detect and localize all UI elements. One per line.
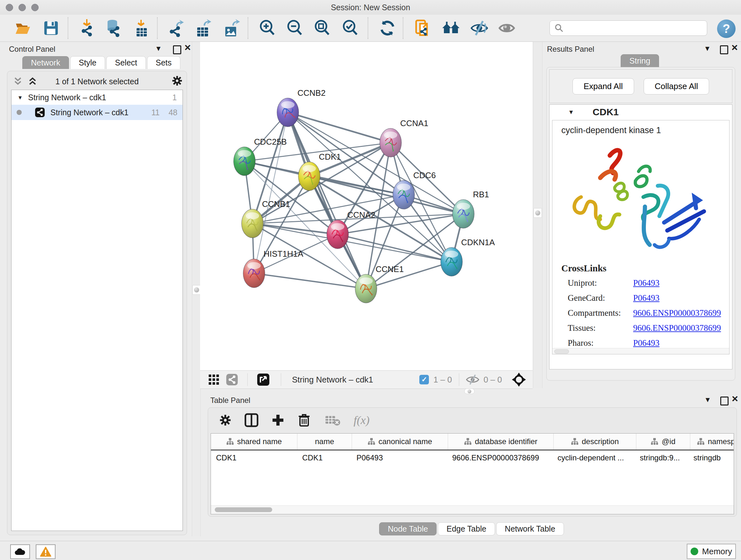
selected-checkbox[interactable]: ✓ xyxy=(419,375,429,384)
table-cell[interactable]: P06493 xyxy=(351,453,447,462)
crosslink-value[interactable]: 9606.ENSP00000378699 xyxy=(633,323,721,333)
horizontal-splitter-handle[interactable] xyxy=(464,388,475,394)
add-column-icon[interactable] xyxy=(271,414,285,427)
import-table-from-file-button[interactable] xyxy=(131,18,152,38)
export-table-button[interactable] xyxy=(193,18,213,38)
tab-string[interactable]: String xyxy=(621,54,659,67)
first-neighbors-button[interactable] xyxy=(441,18,461,38)
column-header-description[interactable]: description xyxy=(554,434,636,449)
table-cell[interactable]: cyclin-dependent ... xyxy=(552,453,635,462)
tab-sets[interactable]: Sets xyxy=(147,56,180,69)
right-splitter-handle[interactable] xyxy=(534,208,542,218)
cloud-status-button[interactable] xyxy=(10,544,30,559)
table-cell[interactable]: CDK1 xyxy=(297,453,351,462)
apply-preferred-layout-button[interactable] xyxy=(377,18,398,38)
gene-entry-header[interactable]: ▾ CDK1 xyxy=(549,105,732,119)
entry-expander-icon[interactable]: ▾ xyxy=(569,108,573,116)
crosslink-value[interactable]: 9606.ENSP00000378699 xyxy=(633,308,721,318)
panel-menu-icon[interactable]: ▾ xyxy=(156,44,160,52)
tab-network[interactable]: Network xyxy=(22,56,69,69)
table-gear-icon[interactable] xyxy=(219,414,232,427)
export-network-button[interactable] xyxy=(165,18,186,38)
delete-table-icon[interactable] xyxy=(325,414,341,426)
birdseye-navigator-icon[interactable] xyxy=(512,372,526,387)
collection-expander-icon[interactable]: ▾ xyxy=(18,94,22,101)
search-input[interactable] xyxy=(566,23,707,33)
column-header-name[interactable]: name xyxy=(297,434,352,449)
panel-menu-icon[interactable]: ▾ xyxy=(705,395,710,403)
network-node-hist1h1a[interactable]: HIST1H1A xyxy=(243,249,304,288)
network-selection-status: 1 of 1 Network selected xyxy=(7,77,187,86)
panel-float-icon[interactable] xyxy=(720,396,729,406)
network-canvas[interactable]: CCNB2CCNA1CDC25BCDK1CDC6RB1CCNB1CCNA2CDK… xyxy=(200,42,533,370)
save-session-button[interactable] xyxy=(41,18,61,38)
column-header-canonicalname[interactable]: canonical name xyxy=(352,434,448,449)
tab-network-table[interactable]: Network Table xyxy=(496,522,564,536)
panel-float-icon[interactable] xyxy=(720,45,728,54)
warning-icon xyxy=(40,547,51,557)
network-graph[interactable]: CCNB2CCNA1CDC25BCDK1CDC6RB1CCNB1CCNA2CDK… xyxy=(200,42,533,370)
table-hscrollbar[interactable] xyxy=(211,505,734,514)
function-builder-button[interactable]: f(x) xyxy=(354,414,369,427)
show-graphics-details-button[interactable] xyxy=(496,18,517,38)
panel-menu-icon[interactable]: ▾ xyxy=(705,44,710,52)
table-row[interactable]: CDK1CDK1P064939606.ENSP00000378699cyclin… xyxy=(211,450,734,465)
table-cell[interactable]: stringdb xyxy=(688,453,734,462)
grid-mode-icon[interactable] xyxy=(208,374,219,385)
collapse-all-button[interactable]: Collapse All xyxy=(644,78,710,95)
open-session-button[interactable] xyxy=(13,18,33,38)
panel-close-icon[interactable]: × xyxy=(185,43,191,51)
network-edge[interactable] xyxy=(288,112,366,289)
warnings-button[interactable] xyxy=(36,544,56,559)
export-image-icon xyxy=(222,19,240,37)
tab-edge-table[interactable]: Edge Table xyxy=(438,522,495,536)
zoom-fit-button[interactable] xyxy=(312,18,333,38)
export-image-button[interactable] xyxy=(221,18,241,38)
network-collection-row[interactable]: ▾ String Network – cdk1 1 xyxy=(11,90,183,105)
panel-float-icon[interactable] xyxy=(173,45,181,54)
show-columns-icon[interactable] xyxy=(245,413,259,427)
network-edge[interactable] xyxy=(288,112,391,143)
table-cell[interactable]: 9606.ENSP00000378699 xyxy=(447,453,552,462)
crosslink-value[interactable]: P06493 xyxy=(633,338,660,348)
houses-icon xyxy=(442,19,461,37)
table-cell[interactable]: stringdb:9... xyxy=(635,453,688,462)
column-header-sharedname[interactable]: shared name xyxy=(211,434,297,449)
import-network-from-file-button[interactable] xyxy=(76,18,96,38)
new-network-from-selection-button[interactable] xyxy=(412,18,433,38)
tab-node-table[interactable]: Node Table xyxy=(379,522,436,536)
network-node-ccna1[interactable]: CCNA1 xyxy=(380,118,428,157)
panel-close-icon[interactable]: × xyxy=(731,43,738,51)
zoom-out-button[interactable] xyxy=(285,18,305,38)
horizontal-splitter[interactable] xyxy=(200,388,533,393)
hide-graphics-details-button[interactable] xyxy=(469,18,489,38)
tab-select[interactable]: Select xyxy=(106,56,145,69)
string-view-icon[interactable] xyxy=(226,374,238,385)
column-header-databaseidentifier[interactable]: database identifier xyxy=(448,434,554,449)
tab-style[interactable]: Style xyxy=(70,56,105,69)
memory-button[interactable]: Memory xyxy=(687,544,736,559)
zoom-in-button[interactable] xyxy=(257,18,278,38)
gear-icon[interactable] xyxy=(172,75,183,86)
crosslink-value[interactable]: P06493 xyxy=(633,293,660,303)
delete-column-icon[interactable] xyxy=(297,413,311,427)
crosslink-value[interactable]: P06493 xyxy=(633,278,660,288)
network-node-rb1[interactable]: RB1 xyxy=(453,190,489,228)
help-button[interactable]: ? xyxy=(716,18,737,39)
expand-all-button[interactable]: Expand All xyxy=(572,78,634,95)
search-field[interactable] xyxy=(549,20,707,36)
network-row[interactable]: String Network – cdk1 11 48 xyxy=(11,105,183,120)
network-node-cdkn1a[interactable]: CDKN1A xyxy=(441,238,495,276)
column-header-id[interactable]: @id xyxy=(636,434,690,449)
panel-close-icon[interactable]: × xyxy=(732,394,738,402)
detach-view-icon[interactable] xyxy=(257,374,269,386)
hidden-eye-icon[interactable] xyxy=(466,374,480,385)
left-splitter-handle[interactable] xyxy=(192,285,201,295)
network-edge[interactable] xyxy=(254,273,366,289)
column-header-namespace[interactable]: namespace xyxy=(690,434,734,449)
results-hscrollbar[interactable] xyxy=(552,348,729,354)
zoom-selected-button[interactable] xyxy=(340,18,360,38)
table-cell[interactable]: CDK1 xyxy=(211,453,297,462)
network-node-ccne1[interactable]: CCNE1 xyxy=(355,264,404,303)
import-network-from-database-button[interactable] xyxy=(103,18,123,38)
